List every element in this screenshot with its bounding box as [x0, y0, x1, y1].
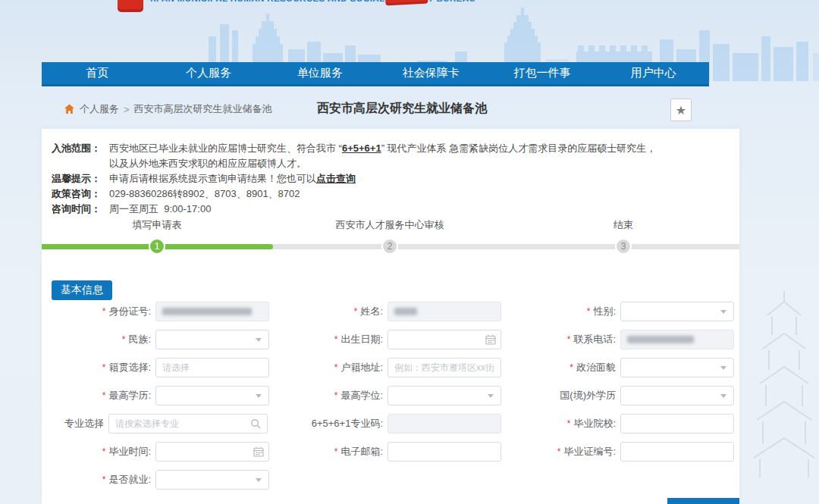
scope-label: 入池范围：	[52, 141, 109, 171]
main-nav: 首页 个人服务 单位服务 社会保障卡 打包一件事 用户中心	[42, 62, 709, 86]
header-red-badge-icon	[384, 0, 428, 5]
step-3-dot: 3	[615, 238, 632, 255]
basic-info-form: 身份证号: 姓名: 性别: 民族: 出生日期:	[42, 297, 739, 493]
notice-block: 入池范围： 西安地区已毕业未就业的应届博士研究生、符合我市 “6+5+6+1” …	[52, 141, 730, 217]
notice-scope: 入池范围： 西安地区已毕业未就业的应届博士研究生、符合我市 “6+5+6+1” …	[52, 141, 730, 171]
step-3-label: 结束	[613, 218, 633, 232]
field-ethnicity: 民族:	[42, 330, 269, 349]
field-birth-date: 出生日期:	[269, 330, 502, 349]
field-major-select: 专业选择	[42, 414, 269, 434]
graduation-date-input[interactable]	[155, 442, 269, 462]
field-name: 姓名:	[269, 302, 502, 321]
major-code-input	[388, 414, 501, 434]
favorite-button[interactable]: ★	[670, 99, 692, 121]
household-address-input[interactable]	[388, 358, 501, 377]
national-emblem-icon	[118, 0, 143, 12]
chevron-down-icon	[256, 478, 262, 482]
chevron-down-icon	[488, 394, 494, 398]
major-search-input[interactable]	[108, 414, 268, 434]
masked-value	[162, 308, 252, 315]
field-graduate-school: 毕业院校:	[502, 414, 739, 434]
employment-status-select[interactable]	[155, 470, 269, 490]
field-phone: 联系电话:	[502, 330, 739, 349]
chevron-down-icon	[256, 394, 262, 398]
home-icon	[64, 104, 75, 114]
political-status-select[interactable]	[620, 358, 734, 377]
policy-phone: 029-88360286转8902、8703、8901、8702	[109, 186, 300, 202]
field-graduation-date: 毕业时间:	[42, 442, 269, 462]
field-political-status: 政治面貌	[502, 358, 739, 377]
field-diploma-number: 毕业证编号:	[502, 442, 739, 462]
breadcrumb-separator: >	[124, 104, 130, 115]
field-highest-degree: 最高学位:	[269, 386, 502, 405]
pagoda-watermark-graphic	[752, 290, 817, 479]
field-overseas-education: 国(境)外学历	[502, 386, 739, 405]
step-2-dot: 2	[381, 238, 398, 255]
nav-user-center[interactable]: 用户中心	[598, 62, 709, 84]
highest-education-select[interactable]	[155, 386, 269, 405]
field-gender: 性别:	[502, 302, 739, 321]
birth-date-input[interactable]	[388, 330, 501, 349]
submit-button[interactable]	[667, 498, 739, 504]
field-id-number: 身份证号:	[42, 302, 269, 321]
service-hours: 周一至周五 9:00-17:00	[109, 202, 211, 217]
step-1-dot: 1	[149, 238, 165, 255]
masked-value	[627, 336, 694, 343]
notice-policy: 政策咨询： 029-88360286转8902、8703、8901、8702	[52, 186, 730, 202]
policy-label: 政策咨询：	[52, 186, 109, 202]
notice-time: 咨询时间： 周一至周五 9:00-17:00	[52, 202, 730, 217]
step-2-label: 西安市人才服务中心审核	[336, 218, 444, 232]
chevron-down-icon	[720, 366, 726, 370]
id-number-input	[155, 302, 269, 321]
name-input	[388, 302, 501, 321]
step-1-label: 填写申请表	[133, 218, 182, 232]
tip-label: 温馨提示：	[52, 171, 109, 186]
breadcrumb-current: 西安市高层次研究生就业储备池	[134, 102, 272, 116]
phone-input	[620, 330, 734, 349]
nav-home[interactable]: 首页	[42, 62, 153, 84]
check-result-link[interactable]: 点击查询	[316, 173, 356, 184]
nav-social-security-card[interactable]: 社会保障卡	[375, 62, 487, 84]
content-card: 入池范围： 西安地区已毕业未就业的应届博士研究生、符合我市 “6+5+6+1” …	[42, 129, 739, 504]
field-native-place: 籍贯选择:	[42, 358, 269, 377]
industry-code: 6+5+6+1	[342, 142, 381, 154]
page-title: 西安市高层次研究生就业储备池	[317, 101, 487, 117]
star-icon: ★	[676, 103, 686, 117]
native-place-input[interactable]	[155, 358, 269, 377]
field-household-address: 户籍地址:	[269, 358, 502, 377]
time-label: 咨询时间：	[52, 202, 109, 217]
nav-package-services[interactable]: 打包一件事	[487, 62, 598, 84]
chevron-down-icon	[256, 338, 262, 342]
graduate-school-input[interactable]	[620, 414, 734, 434]
nav-employer-services[interactable]: 单位服务	[264, 62, 375, 84]
chevron-down-icon	[720, 394, 726, 398]
masked-value	[394, 308, 417, 315]
field-email: 电子邮箱:	[269, 442, 502, 462]
field-major-code: 6+5+6+1专业码:	[269, 414, 502, 434]
breadcrumb: 个人服务 > 西安市高层次研究生就业储备池	[64, 102, 272, 116]
calendar-icon	[485, 334, 496, 345]
gender-select[interactable]	[620, 302, 734, 321]
highest-degree-select[interactable]	[388, 386, 501, 405]
breadcrumb-parent[interactable]: 个人服务	[80, 102, 119, 116]
diploma-number-input[interactable]	[620, 442, 734, 462]
overseas-education-select[interactable]	[620, 386, 734, 405]
chevron-down-icon	[720, 310, 726, 314]
page: XI'AN MUNICIPAL HUMAN RESOURCES AND SOCI…	[0, 0, 819, 504]
ethnicity-select[interactable]	[155, 330, 269, 349]
email-input[interactable]	[388, 442, 501, 462]
calendar-icon	[253, 446, 264, 457]
nav-personal-services[interactable]: 个人服务	[153, 62, 265, 84]
field-highest-education: 最高学历:	[42, 386, 269, 405]
field-employment-status: 是否就业:	[42, 470, 269, 490]
search-icon	[250, 418, 261, 429]
notice-tip: 温馨提示： 申请后请根据系统提示查询申请结果！您也可以点击查询	[52, 171, 730, 186]
